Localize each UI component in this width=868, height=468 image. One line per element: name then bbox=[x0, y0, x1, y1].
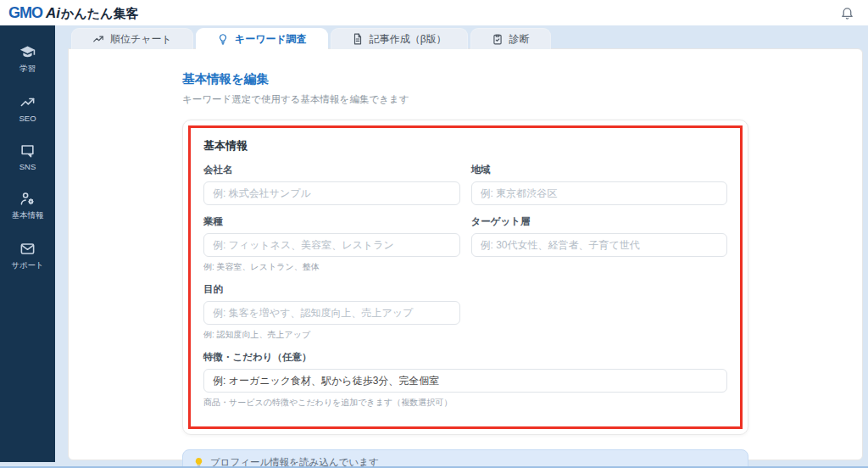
features-input[interactable] bbox=[203, 369, 727, 393]
trending-up-icon bbox=[92, 33, 104, 45]
industry-label: 業種 bbox=[203, 215, 460, 228]
mail-icon bbox=[19, 241, 36, 257]
features-field-group: 特徴・こだわり（任意） 商品・サービスの特徴やこだわりを追加できます（複数選択可… bbox=[203, 351, 727, 409]
sidebar-item-basic-info[interactable]: 基本情報 bbox=[0, 191, 55, 221]
region-label: 地域 bbox=[471, 164, 728, 176]
tab-label: キーワード調査 bbox=[235, 32, 307, 47]
target-label: ターゲット層 bbox=[471, 215, 728, 228]
company-input[interactable] bbox=[203, 181, 460, 205]
tab-rank-chart[interactable]: 順位チャート bbox=[71, 28, 193, 49]
logo-gmo: GMO bbox=[8, 4, 42, 22]
tab-label: 記事作成（β版） bbox=[370, 32, 447, 47]
industry-helper-text: 例: 美容室、レストラン、整体 bbox=[203, 261, 460, 273]
sidebar-item-support[interactable]: サポート bbox=[0, 241, 55, 271]
features-helper-text: 商品・サービスの特徴やこだわりを追加できます（複数選択可） bbox=[203, 397, 727, 409]
target-field-group: ターゲット層 bbox=[471, 215, 728, 273]
notification-bell-icon[interactable] bbox=[840, 6, 854, 20]
sidebar-item-learning[interactable]: 学習 bbox=[0, 44, 55, 75]
industry-field-group: 業種 例: 美容室、レストラン、整体 bbox=[203, 215, 460, 273]
lightbulb-icon bbox=[217, 33, 229, 45]
tab-keyword-research[interactable]: キーワード調査 bbox=[196, 28, 328, 49]
sidebar-item-seo[interactable]: SEO bbox=[0, 94, 55, 123]
purpose-label: 目的 bbox=[203, 283, 460, 296]
graduation-cap-icon bbox=[19, 44, 36, 60]
app-header: GMO Ai かんたん集客 bbox=[0, 0, 868, 25]
region-input[interactable] bbox=[471, 181, 728, 205]
logo-ai: Ai bbox=[46, 5, 60, 22]
sidebar-item-label: サポート bbox=[11, 260, 44, 271]
tab-article-creation[interactable]: 記事作成（β版） bbox=[331, 28, 468, 49]
sidebar-item-label: SEO bbox=[19, 114, 36, 123]
clipboard-check-icon bbox=[492, 33, 504, 45]
empty-grid-cell bbox=[471, 283, 728, 351]
purpose-input[interactable] bbox=[203, 301, 460, 325]
sidebar-item-label: 基本情報 bbox=[12, 210, 44, 221]
sidebar-item-label: 学習 bbox=[19, 64, 36, 75]
sidebar-item-label: SNS bbox=[19, 162, 36, 171]
tab-label: 順位チャート bbox=[110, 32, 172, 47]
sidebar-nav: 学習 SEO SNS 基本情報 サポート bbox=[0, 25, 55, 462]
profile-loading-banner: プロフィール情報を読み込んでいます bbox=[182, 449, 748, 468]
target-input[interactable] bbox=[471, 233, 728, 257]
company-field-group: 会社名 bbox=[203, 164, 460, 205]
tab-bar: 順位チャート キーワード調査 記事作成（β版） 診断 bbox=[71, 28, 551, 49]
lightbulb-icon bbox=[193, 457, 204, 468]
basic-info-card: 基本情報 会社名 地域 業種 例: 美容室、レスト bbox=[182, 120, 748, 435]
file-text-icon bbox=[352, 33, 364, 45]
tab-diagnosis[interactable]: 診断 bbox=[470, 28, 551, 49]
company-label: 会社名 bbox=[203, 164, 460, 176]
page-title: 基本情報を編集 bbox=[182, 71, 748, 87]
features-label: 特徴・こだわり（任意） bbox=[203, 351, 727, 364]
user-gear-icon bbox=[19, 191, 36, 207]
banner-text: プロフィール情報を読み込んでいます bbox=[210, 456, 379, 468]
app-logo: GMO Ai かんたん集客 bbox=[8, 4, 138, 22]
purpose-field-group: 目的 例: 認知度向上、売上アップ bbox=[203, 283, 460, 341]
logo-product-name: かんたん集客 bbox=[61, 6, 138, 22]
industry-input[interactable] bbox=[203, 233, 460, 257]
chat-bubble-icon bbox=[19, 142, 36, 159]
trending-up-icon bbox=[19, 94, 36, 110]
tab-label: 診断 bbox=[509, 32, 530, 47]
highlight-red-frame: 基本情報 会社名 地域 業種 例: 美容室、レスト bbox=[188, 125, 743, 429]
section-title: 基本情報 bbox=[203, 138, 727, 153]
sidebar-item-sns[interactable]: SNS bbox=[0, 142, 55, 171]
main-panel: 基本情報を編集 キーワード選定で使用する基本情報を編集できます 基本情報 会社名… bbox=[68, 48, 863, 460]
region-field-group: 地域 bbox=[471, 164, 728, 205]
page-subtitle: キーワード選定で使用する基本情報を編集できます bbox=[182, 93, 748, 106]
purpose-helper-text: 例: 認知度向上、売上アップ bbox=[203, 329, 460, 341]
